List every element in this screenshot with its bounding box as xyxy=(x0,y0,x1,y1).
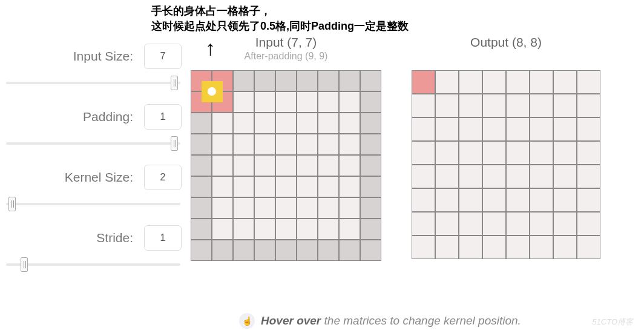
grid-cell[interactable] xyxy=(459,236,482,259)
grid-cell[interactable] xyxy=(435,117,459,141)
grid-cell[interactable] xyxy=(506,94,530,117)
padding-slider[interactable] xyxy=(6,134,180,153)
grid-cell[interactable] xyxy=(506,165,530,188)
grid-cell[interactable] xyxy=(553,70,577,94)
grid-cell[interactable] xyxy=(212,197,233,219)
grid-cell[interactable] xyxy=(212,155,233,176)
input-size-field[interactable] xyxy=(144,44,182,69)
grid-cell[interactable] xyxy=(212,91,233,113)
grid-cell[interactable] xyxy=(297,113,318,134)
grid-cell[interactable] xyxy=(435,70,459,94)
grid-cell[interactable] xyxy=(275,134,297,155)
grid-cell[interactable] xyxy=(318,113,339,134)
slider-thumb[interactable] xyxy=(8,197,16,211)
grid-cell[interactable] xyxy=(530,165,553,188)
grid-cell[interactable] xyxy=(339,113,360,134)
grid-cell[interactable] xyxy=(318,134,339,155)
grid-cell[interactable] xyxy=(275,91,297,113)
grid-cell[interactable] xyxy=(459,94,482,117)
grid-cell[interactable] xyxy=(412,141,435,165)
grid-cell[interactable] xyxy=(191,176,212,197)
grid-cell[interactable] xyxy=(482,94,506,117)
grid-cell[interactable] xyxy=(275,70,297,91)
grid-cell[interactable] xyxy=(233,134,254,155)
padding-field[interactable] xyxy=(144,104,182,130)
grid-cell[interactable] xyxy=(530,188,553,212)
grid-cell[interactable] xyxy=(212,70,233,91)
grid-cell[interactable] xyxy=(212,134,233,155)
grid-cell[interactable] xyxy=(459,188,482,212)
grid-cell[interactable] xyxy=(318,91,339,113)
grid-cell[interactable] xyxy=(233,113,254,134)
grid-cell[interactable] xyxy=(506,117,530,141)
grid-cell[interactable] xyxy=(553,141,577,165)
grid-cell[interactable] xyxy=(553,188,577,212)
grid-cell[interactable] xyxy=(412,165,435,188)
grid-cell[interactable] xyxy=(360,113,381,134)
grid-cell[interactable] xyxy=(506,236,530,259)
grid-cell[interactable] xyxy=(435,212,459,236)
grid-cell[interactable] xyxy=(233,91,254,113)
grid-cell[interactable] xyxy=(482,141,506,165)
grid-cell[interactable] xyxy=(191,197,212,219)
grid-cell[interactable] xyxy=(233,155,254,176)
grid-cell[interactable] xyxy=(360,155,381,176)
input-size-slider[interactable] xyxy=(6,74,180,92)
grid-cell[interactable] xyxy=(318,176,339,197)
grid-cell[interactable] xyxy=(360,219,381,240)
output-grid[interactable] xyxy=(412,70,600,259)
grid-cell[interactable] xyxy=(233,219,254,240)
grid-cell[interactable] xyxy=(530,236,553,259)
grid-cell[interactable] xyxy=(577,212,600,236)
grid-cell[interactable] xyxy=(577,94,600,117)
grid-cell[interactable] xyxy=(553,117,577,141)
grid-cell[interactable] xyxy=(506,141,530,165)
grid-cell[interactable] xyxy=(553,212,577,236)
grid-cell[interactable] xyxy=(191,155,212,176)
grid-cell[interactable] xyxy=(297,134,318,155)
grid-cell[interactable] xyxy=(412,70,435,94)
grid-cell[interactable] xyxy=(412,212,435,236)
grid-cell[interactable] xyxy=(212,219,233,240)
grid-cell[interactable] xyxy=(254,197,275,219)
grid-cell[interactable] xyxy=(360,91,381,113)
grid-cell[interactable] xyxy=(233,176,254,197)
grid-cell[interactable] xyxy=(275,155,297,176)
grid-cell[interactable] xyxy=(254,155,275,176)
grid-cell[interactable] xyxy=(530,70,553,94)
grid-cell[interactable] xyxy=(254,91,275,113)
grid-cell[interactable] xyxy=(577,117,600,141)
grid-cell[interactable] xyxy=(577,165,600,188)
grid-cell[interactable] xyxy=(482,212,506,236)
grid-cell[interactable] xyxy=(435,94,459,117)
grid-cell[interactable] xyxy=(191,91,212,113)
grid-cell[interactable] xyxy=(297,219,318,240)
grid-cell[interactable] xyxy=(360,197,381,219)
grid-cell[interactable] xyxy=(459,117,482,141)
grid-cell[interactable] xyxy=(482,236,506,259)
slider-thumb[interactable] xyxy=(171,76,178,90)
grid-cell[interactable] xyxy=(339,134,360,155)
grid-cell[interactable] xyxy=(553,236,577,259)
grid-cell[interactable] xyxy=(482,188,506,212)
grid-cell[interactable] xyxy=(459,141,482,165)
grid-cell[interactable] xyxy=(318,240,339,261)
grid-cell[interactable] xyxy=(297,240,318,261)
grid-cell[interactable] xyxy=(233,70,254,91)
grid-cell[interactable] xyxy=(254,134,275,155)
slider-thumb[interactable] xyxy=(21,257,28,272)
grid-cell[interactable] xyxy=(254,219,275,240)
grid-cell[interactable] xyxy=(275,197,297,219)
grid-cell[interactable] xyxy=(318,155,339,176)
grid-cell[interactable] xyxy=(339,240,360,261)
kernel-size-slider[interactable] xyxy=(6,195,180,213)
grid-cell[interactable] xyxy=(297,176,318,197)
slider-thumb[interactable] xyxy=(171,136,178,151)
grid-cell[interactable] xyxy=(339,176,360,197)
grid-cell[interactable] xyxy=(191,113,212,134)
grid-cell[interactable] xyxy=(577,188,600,212)
grid-cell[interactable] xyxy=(506,212,530,236)
grid-cell[interactable] xyxy=(577,70,600,94)
grid-cell[interactable] xyxy=(459,212,482,236)
grid-cell[interactable] xyxy=(254,240,275,261)
